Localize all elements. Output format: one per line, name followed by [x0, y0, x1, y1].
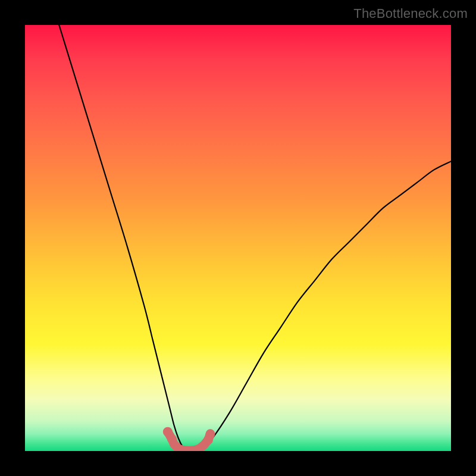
marker-dot [205, 429, 215, 439]
plot-area [25, 25, 451, 451]
chart-frame: TheBottleneck.com [0, 0, 476, 476]
watermark-text: TheBottleneck.com [353, 6, 468, 21]
bottleneck-curve-path [59, 25, 451, 451]
marker-dot [167, 434, 177, 444]
marker-group [163, 427, 215, 451]
bottleneck-curve-svg [25, 25, 451, 451]
